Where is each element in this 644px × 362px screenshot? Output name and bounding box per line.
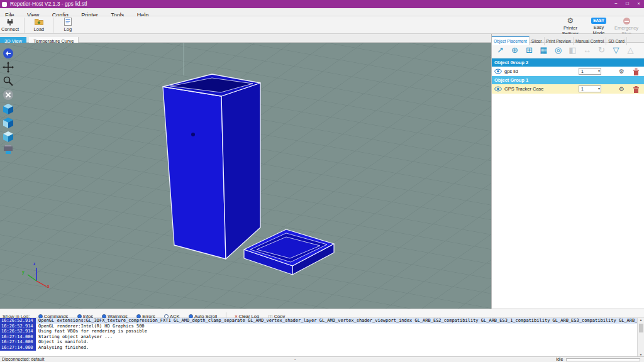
printer-settings-button[interactable]: ⚙ Printer Settings [555,17,586,34]
log-line: 16:26:52.914OpenGL renderer:Intel(R) HD … [0,324,644,329]
printer-settings-gear-icon: ⚙ [555,17,586,25]
log-timestamp: 16:27:14.000 [0,345,36,351]
log-icon [63,17,73,26]
mirror-icon: ◧ [565,43,580,57]
rotate-icon: ↻ [594,43,609,57]
log-message: Analysing finished. [36,345,644,351]
right-tab-row: Object PlacementSlicerPrint PreviewManua… [492,34,644,43]
log-message: Using fast VBOs for rendering is possibl… [36,329,644,334]
log-timestamp: 16:26:52.914 [0,324,36,329]
cut-icon: △ [623,43,638,57]
log-line: 16:27:14.000Analysing finished. [0,345,644,351]
scene-3d [0,43,491,309]
copies-count-value: 1 [581,69,584,74]
dropdown-arrow-icon[interactable]: ▾ [598,69,600,74]
title-bar: Repetier-Host V2.1.3 - gps lid.stl − □ × [0,0,644,8]
log-output: 16:26:52.914OpenGL extensions:GL_3DFX_te… [0,318,644,356]
view-side-button[interactable] [2,116,14,129]
toolbar-separator [53,18,53,33]
axis-z-label: z [33,261,35,266]
center-object-icon[interactable]: ◎ [551,43,565,57]
emergency-stop-icon [623,18,630,25]
connect-label: Connect [1,26,19,32]
log-line: 16:27:14.000Starting object analyser ... [0,334,644,340]
copies-count-input[interactable]: 1▾ [579,68,601,75]
zoom-button[interactable] [2,75,14,87]
dropdown-arrow-icon[interactable]: ▾ [598,86,600,92]
log-button[interactable]: Log [58,16,78,33]
log-timestamp: 16:27:14.000 [0,334,36,340]
object-row-gps-lid[interactable]: gps lid 1▾ ⚙ [492,67,644,76]
status-bar: Disconnected: default - Idle [0,356,644,362]
view-iso-button[interactable] [2,130,14,143]
easy-mode-badge: EASY [591,18,606,24]
autoposition-icon[interactable]: ▦ [536,43,551,57]
delete-object-trash-icon[interactable] [633,85,640,93]
object-label: gps lid [504,67,518,76]
object-row-gps-tracker-case[interactable]: GPS Tracker Case 1▾ ⚙ [492,84,644,94]
cube-iso-icon [2,130,14,143]
log-line: 16:26:52.914OpenGL extensions:GL_3DFX_te… [0,318,644,324]
log-line: 16:26:52.914Using fast VBOs for renderin… [0,329,644,334]
viewport-3d[interactable]: z x y [0,43,491,309]
scrollbar-thumb[interactable] [639,324,643,332]
move-icon [2,61,14,74]
view-tab-row: 3D View Temperature Curve [0,34,491,43]
visibility-eye-icon[interactable] [494,86,502,92]
object-settings-gear-icon[interactable]: ⚙ [619,67,625,76]
axis-x-label: x [47,284,50,288]
maximize-button[interactable]: □ [622,0,633,8]
menu-bar: File View Config Printer Tools Help [0,8,644,16]
load-label: Load [34,26,45,32]
toolbar-separator [24,18,25,33]
reset-view-button[interactable] [2,47,14,60]
show-printer-button[interactable] [2,144,14,156]
cube-front-icon [2,102,14,115]
right-panel: Object PlacementSlicerPrint PreviewManua… [491,34,644,309]
scroll-up-icon[interactable]: ▲ [638,318,644,322]
log-timestamp: 16:26:52.914 [0,329,36,334]
export-icon[interactable]: ↗ [493,43,508,57]
object-settings-gear-icon[interactable]: ⚙ [619,84,625,94]
main-toolbar: Connect Load Log ⚙ Printer Settings EASY… [0,16,644,34]
object-toolbar: ↗⊕⊞▦◎◧↔↻▽△ [492,43,644,58]
emergency-stop-button: Emergency Stop [610,17,643,34]
delete-object-trash-icon[interactable] [633,68,640,75]
log-line: 16:27:14.000Object is manifold. [0,339,644,345]
log-message: Starting object analyser ... [36,334,644,340]
load-button[interactable]: Load [29,16,49,33]
visibility-eye-icon[interactable] [494,69,502,74]
connection-status: Disconnected: default [2,357,44,362]
move-viewport-button[interactable] [2,61,14,74]
connect-button[interactable]: Connect [0,16,20,33]
log-timestamp: 16:26:52.914 [0,318,36,324]
model-gps-lid[interactable] [163,74,260,259]
progress-bar [566,358,640,361]
log-scrollbar[interactable]: ▲ ▼ [637,318,644,356]
drop-object-icon[interactable]: ▽ [609,43,623,57]
copies-count-input[interactable]: 1▾ [579,85,601,92]
object-group-1-header[interactable]: Object Group 1 [492,76,644,84]
log-timestamp: 16:27:14.000 [0,339,36,345]
copies-count-value: 1 [581,87,584,91]
log-message: OpenGL extensions:GL_3DFX_texture_compre… [36,318,644,324]
load-icon [34,17,44,26]
zoom-icon [2,75,14,87]
easy-mode-button[interactable]: EASY Easy Mode [587,17,610,34]
printer-icon [2,144,14,156]
minimize-button[interactable]: − [611,0,621,8]
close-button[interactable]: × [633,0,644,8]
object-label: GPS Tracker Case [504,84,544,94]
cube-side-icon [2,116,14,129]
view-front-button[interactable] [2,102,14,115]
window-title: Repetier-Host V2.1.3 - gps lid.stl [10,0,87,8]
object-group-2-header[interactable]: Object Group 2 [492,58,644,67]
scale-icon: ↔ [580,43,594,57]
status-center: - [294,357,296,362]
copy-object-icon[interactable]: ⊞ [522,43,536,57]
log-label: Log [64,26,72,32]
add-object-icon[interactable]: ⊕ [508,43,522,57]
log-controls-bar: Show in Log: Commands Infos Warnings Err… [0,309,644,318]
log-message: OpenGL renderer:Intel(R) HD Graphics 500 [36,324,644,329]
rotate-view-button[interactable] [2,89,14,101]
